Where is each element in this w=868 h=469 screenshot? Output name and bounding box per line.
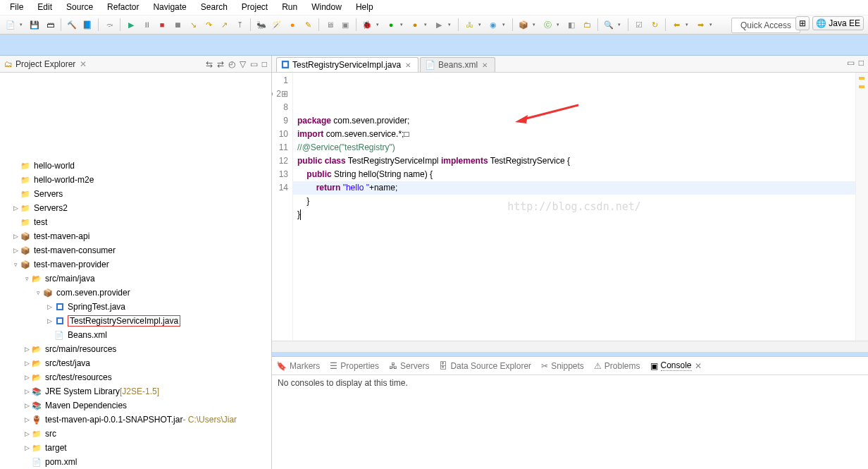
- save-all-icon[interactable]: 🗃: [44, 18, 56, 31]
- close-icon[interactable]: ✕: [695, 361, 702, 371]
- expand-arrow[interactable]: ▷: [45, 303, 54, 310]
- menu-file[interactable]: File: [3, 1, 30, 13]
- line-number[interactable]: ⊕2⊞: [272, 87, 288, 101]
- line-number[interactable]: 1: [272, 74, 288, 87]
- editor-tab[interactable]: 📄Beans.xml✕: [420, 57, 495, 72]
- stop-icon[interactable]: ■: [156, 18, 168, 31]
- expand-arrow[interactable]: ▷: [11, 233, 20, 240]
- bottom-tab-problems[interactable]: ⚠Problems: [594, 361, 640, 371]
- menu-window[interactable]: Window: [304, 1, 349, 13]
- editor-maximize-icon[interactable]: □: [859, 58, 864, 68]
- code-editor[interactable]: 1⊕2⊞89⚠1011121314 http://blog.csdn.net/ …: [272, 73, 868, 341]
- editor-minimize-icon[interactable]: ▭: [847, 58, 855, 68]
- view-menu-icon[interactable]: ▽: [240, 59, 246, 69]
- xml-icon[interactable]: 📘: [81, 18, 94, 31]
- code-line[interactable]: }: [297, 195, 855, 208]
- menu-project[interactable]: Project: [235, 1, 275, 13]
- editor-tab[interactable]: 🞐TestRegistryServiceImpl.java✕: [276, 57, 418, 72]
- new-icon[interactable]: 📄: [4, 18, 17, 31]
- tree-item[interactable]: ▷📁Servers2: [0, 201, 271, 215]
- tree-item[interactable]: ▷📂src/test/java: [0, 356, 271, 370]
- expand-arrow[interactable]: ▷: [11, 247, 20, 254]
- tree-item[interactable]: 📄pom.xml: [0, 455, 271, 469]
- focus-icon[interactable]: ◴: [228, 59, 235, 69]
- tree-item[interactable]: 📁hello-world: [0, 159, 271, 173]
- menu-edit[interactable]: Edit: [30, 1, 59, 13]
- code-area[interactable]: http://blog.csdn.net/ package com.seven.…: [293, 73, 855, 341]
- line-number[interactable]: 9: [272, 114, 288, 128]
- expand-arrow[interactable]: ▿: [11, 261, 20, 268]
- tree-item[interactable]: ▷🏺test-maven-api-0.0.1-SNAPSHOT.jar - C:…: [0, 413, 271, 427]
- expand-arrow[interactable]: ▷: [23, 444, 31, 451]
- code-line[interactable]: public String hello(String name) {: [297, 168, 855, 181]
- menu-help[interactable]: Help: [349, 1, 380, 13]
- tree-item[interactable]: 📄Beans.xml: [0, 328, 271, 342]
- type-hier-icon[interactable]: ◧: [565, 18, 578, 31]
- console-icon[interactable]: ▣: [339, 18, 352, 31]
- expand-arrow[interactable]: ▿: [23, 275, 31, 282]
- expand-arrow[interactable]: ▿: [34, 289, 42, 296]
- maximize-icon[interactable]: □: [262, 59, 267, 69]
- overview-ruler[interactable]: [855, 73, 868, 341]
- line-number[interactable]: 8: [272, 101, 288, 114]
- save-icon[interactable]: 💾: [28, 18, 41, 31]
- menu-refactor[interactable]: Refactor: [100, 1, 146, 13]
- step-into-icon[interactable]: ↘: [187, 18, 199, 31]
- collapse-all-icon[interactable]: ⇆: [206, 59, 213, 69]
- back-nav-icon[interactable]: ⬅: [670, 18, 683, 31]
- pencil-icon[interactable]: ✎: [302, 18, 314, 31]
- tree-item[interactable]: ▷📦test-maven-consumer: [0, 243, 271, 257]
- expand-arrow[interactable]: ▷: [11, 205, 20, 212]
- close-icon[interactable]: ✕: [482, 61, 488, 69]
- search-icon[interactable]: 🔍: [602, 18, 615, 31]
- expand-arrow[interactable]: ▷: [23, 402, 31, 409]
- minimize-icon[interactable]: ▭: [250, 59, 258, 69]
- suspend-icon[interactable]: ⏸: [140, 18, 153, 31]
- tree-item[interactable]: ▷📚JRE System Library [J2SE-1.5]: [0, 384, 271, 398]
- project-explorer-tab[interactable]: 🗂 Project Explorer ✕ ⇆ ⇄ ◴ ▽ ▭ □: [0, 56, 271, 73]
- new-eg-icon[interactable]: 🗀: [581, 18, 593, 31]
- tree-item[interactable]: ▿📦test-maven-provider: [0, 257, 271, 272]
- line-gutter[interactable]: 1⊕2⊞89⚠1011121314: [272, 73, 293, 341]
- new-bean-icon[interactable]: ◉: [487, 18, 500, 31]
- tree-item[interactable]: ▿📦com.seven.provider: [0, 286, 271, 300]
- code-line[interactable]: return "hello "+name;: [297, 181, 855, 195]
- browser-icon[interactable]: 🖥: [323, 18, 336, 31]
- bottom-tab-properties[interactable]: ☰Properties: [330, 361, 379, 371]
- expand-arrow[interactable]: ▷: [23, 346, 31, 353]
- disconnect-icon[interactable]: ⏹: [171, 18, 184, 31]
- step-over-icon[interactable]: ↷: [202, 18, 215, 31]
- help-icon[interactable]: ●: [286, 18, 299, 31]
- line-number[interactable]: 11: [272, 141, 288, 154]
- new-pkg-icon[interactable]: 📦: [517, 18, 530, 31]
- new-dd[interactable]: ▾: [20, 18, 25, 31]
- expand-arrow[interactable]: ▷: [23, 430, 31, 437]
- menu-navigate[interactable]: Navigate: [146, 1, 193, 13]
- code-line[interactable]: public class TestRegistryServiceImpl imp…: [297, 154, 855, 168]
- bottom-tab-data-source-explorer[interactable]: 🗄Data Source Explorer: [439, 361, 531, 371]
- open-perspective-button[interactable]: ⊞: [795, 16, 810, 30]
- skip-bp-icon[interactable]: ⤼: [103, 18, 116, 31]
- tree-item[interactable]: 📁test: [0, 215, 271, 229]
- tree-item[interactable]: ▿📂src/main/java: [0, 272, 271, 286]
- expand-arrow[interactable]: ▷: [23, 374, 31, 381]
- debug-icon[interactable]: 🐞: [361, 18, 373, 31]
- bottom-tab-console[interactable]: ▣Console ✕: [650, 360, 702, 371]
- resume-icon[interactable]: ▶: [125, 18, 137, 31]
- code-line[interactable]: //@Service("testRegistry"): [297, 141, 855, 154]
- tree-item[interactable]: ▷📦test-maven-api: [0, 229, 271, 243]
- expand-arrow[interactable]: ▷: [23, 360, 31, 367]
- expand-arrow[interactable]: ▷: [45, 317, 54, 324]
- tree-item[interactable]: ▷📂src/main/resources: [0, 342, 271, 356]
- tree-item[interactable]: 📁Servers: [0, 187, 271, 201]
- drop-frame-icon[interactable]: ⤒: [233, 18, 246, 31]
- ant-icon[interactable]: 🐜: [255, 18, 268, 31]
- line-number[interactable]: 14: [272, 181, 288, 195]
- task-icon[interactable]: ☑: [633, 18, 645, 31]
- quick-access-field[interactable]: Quick Access: [731, 18, 800, 33]
- new-server-icon[interactable]: 🖧: [463, 18, 476, 31]
- bottom-tab-snippets[interactable]: ✂Snippets: [541, 361, 584, 371]
- expand-arrow[interactable]: ▷: [23, 388, 31, 395]
- refresh-icon[interactable]: ↻: [648, 18, 661, 31]
- bottom-tab-servers[interactable]: 🖧Servers: [389, 361, 429, 371]
